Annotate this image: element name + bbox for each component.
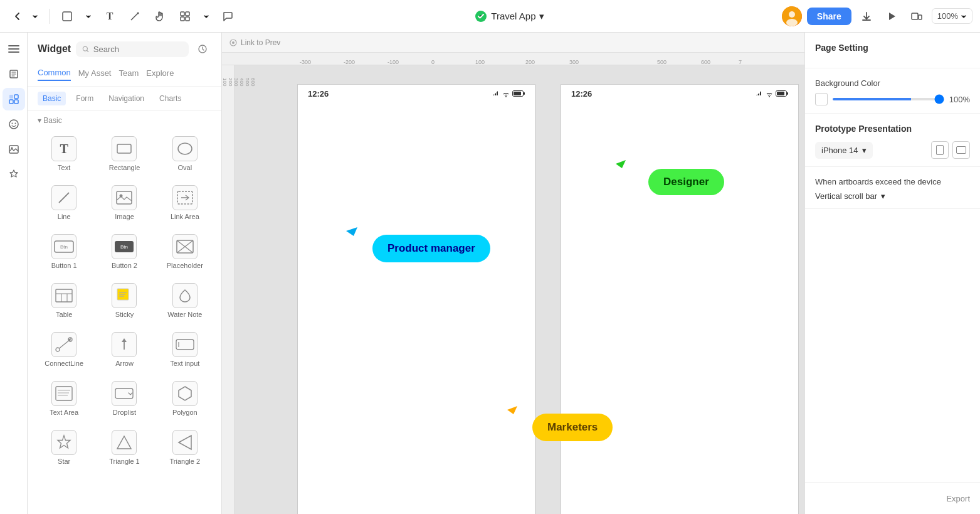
- svg-rect-76: [957, 147, 966, 154]
- sidebar-emoji-button[interactable]: [3, 113, 25, 136]
- widget-item-placeholder[interactable]: Placeholder: [156, 228, 214, 274]
- widget-item-button1[interactable]: BtnButton 1: [35, 228, 93, 274]
- subtab-charts[interactable]: Charts: [154, 92, 186, 105]
- widget-icon-polygon: [172, 381, 198, 406]
- widget-item-button2[interactable]: BtnButton 2: [95, 228, 153, 274]
- canvas-body[interactable]: 100 200 300 400 500 600 12:26: [222, 65, 804, 514]
- comment-button[interactable]: [218, 6, 238, 26]
- widget-item-link-area[interactable]: Link Area: [156, 179, 214, 225]
- widget-item-rectangle[interactable]: Rectangle: [95, 130, 153, 176]
- widget-item-water-note[interactable]: Water Note: [156, 277, 214, 323]
- play-button[interactable]: [882, 6, 902, 26]
- svg-rect-52: [56, 387, 72, 400]
- widget-icon-image: [112, 185, 137, 210]
- widget-item-polygon[interactable]: Polygon: [156, 375, 214, 421]
- layout-button[interactable]: [175, 6, 195, 26]
- widget-label-rectangle: Rectangle: [109, 164, 140, 171]
- sidebar-menu-button[interactable]: [3, 38, 25, 60]
- color-row: 100%: [815, 93, 970, 105]
- widget-icon-droplist: [112, 381, 137, 406]
- frame-dropdown-button[interactable]: [82, 6, 95, 26]
- share-button[interactable]: Share: [807, 8, 851, 25]
- widget-icon-arrow: [112, 332, 137, 357]
- widget-item-text[interactable]: TText: [35, 130, 93, 176]
- device-icons: [931, 141, 970, 159]
- color-slider-wrap: 100%: [833, 95, 970, 104]
- svg-rect-65: [524, 92, 525, 95]
- tab-my-asset[interactable]: My Asset: [78, 65, 112, 81]
- subtab-navigation[interactable]: Navigation: [103, 92, 149, 105]
- scroll-row[interactable]: Vertical scroll bar ▾: [815, 191, 970, 201]
- svg-rect-10: [912, 13, 918, 19]
- artboard-2[interactable]: 12:26: [561, 84, 799, 514]
- widget-label-button1: Button 1: [51, 262, 77, 269]
- widget-item-arrow[interactable]: Arrow: [95, 326, 153, 372]
- export-button[interactable]: Export: [946, 494, 970, 503]
- widget-item-sticky[interactable]: Sticky: [95, 277, 153, 323]
- text-tool-button[interactable]: T: [100, 6, 120, 26]
- widget-label-triangle2: Triangle 2: [170, 458, 201, 465]
- widget-item-star[interactable]: Star: [35, 424, 93, 470]
- tab-explore[interactable]: Explore: [146, 65, 174, 81]
- portrait-button[interactable]: [931, 141, 949, 159]
- download-button[interactable]: [856, 6, 877, 26]
- subtab-basic[interactable]: Basic: [38, 92, 66, 105]
- marketers-arrow: [507, 406, 519, 417]
- when-artboards-label: When artboards exceed the device: [815, 177, 970, 186]
- widget-item-oval[interactable]: Oval: [156, 130, 214, 176]
- history-button[interactable]: [194, 40, 211, 58]
- sidebar-widgets-button[interactable]: [3, 88, 25, 110]
- canvas-content[interactable]: 12:26: [234, 65, 804, 514]
- sidebar-image-button[interactable]: [3, 138, 25, 161]
- widget-item-triangle2[interactable]: Triangle 2: [156, 424, 214, 470]
- link-to-prev[interactable]: Link to Prev: [229, 38, 280, 47]
- svg-point-63: [505, 96, 507, 97]
- color-swatch[interactable]: [815, 93, 828, 105]
- svg-point-17: [9, 120, 18, 129]
- zoom-control[interactable]: 100%: [932, 8, 972, 24]
- responsive-button[interactable]: [907, 6, 927, 26]
- widget-item-text-area[interactable]: Text Area: [35, 375, 93, 421]
- widget-item-triangle1[interactable]: Triangle 1: [95, 424, 153, 470]
- svg-rect-70: [777, 92, 784, 95]
- tab-common[interactable]: Common: [38, 65, 71, 81]
- widget-search-input[interactable]: [93, 45, 182, 54]
- ruler-vertical: 100 200 300 400 500 600: [222, 65, 234, 514]
- tab-team[interactable]: Team: [119, 65, 139, 81]
- widget-item-line[interactable]: Line: [35, 179, 93, 225]
- battery-icon-2: [776, 90, 788, 97]
- svg-rect-66: [514, 92, 521, 95]
- subtab-form[interactable]: Form: [71, 92, 98, 105]
- artboard-1[interactable]: 12:26: [297, 84, 535, 514]
- widget-item-table[interactable]: Table: [35, 277, 93, 323]
- widget-label-placeholder: Placeholder: [167, 262, 203, 269]
- pen-tool-button[interactable]: [125, 6, 145, 26]
- sidebar-layers-button[interactable]: [3, 63, 25, 85]
- widget-item-text-input[interactable]: Text input: [156, 326, 214, 372]
- bg-color-label: Background Color: [815, 78, 970, 88]
- back-button[interactable]: [8, 6, 28, 26]
- widget-label-image: Image: [115, 213, 134, 220]
- widget-item-image[interactable]: Image: [95, 179, 153, 225]
- artboard-1-time: 12:26: [308, 89, 329, 99]
- device-select-button[interactable]: iPhone 14 ▾: [815, 142, 873, 159]
- svg-rect-0: [63, 12, 71, 21]
- color-opacity-slider[interactable]: [833, 98, 944, 100]
- widget-item-connect-line[interactable]: ConnectLine: [35, 326, 93, 372]
- widget-icon-table: [51, 283, 76, 308]
- layout-dropdown-button[interactable]: [200, 6, 213, 26]
- link-icon: [229, 39, 237, 46]
- user-avatar[interactable]: [782, 6, 802, 26]
- back-dropdown-button[interactable]: [29, 6, 41, 26]
- artboard-2-status: 12:26: [561, 85, 798, 102]
- frame-button[interactable]: [57, 6, 77, 26]
- svg-point-62: [232, 41, 234, 44]
- widget-title: Widget: [38, 43, 71, 55]
- widget-label-connect-line: ConnectLine: [45, 360, 83, 367]
- svg-rect-13: [9, 95, 13, 99]
- project-name[interactable]: Travel App ▾: [475, 10, 544, 23]
- landscape-button[interactable]: [952, 141, 970, 159]
- hand-tool-button[interactable]: [150, 6, 170, 26]
- widget-item-droplist[interactable]: Droplist: [95, 375, 153, 421]
- sidebar-plugin-button[interactable]: [3, 163, 25, 186]
